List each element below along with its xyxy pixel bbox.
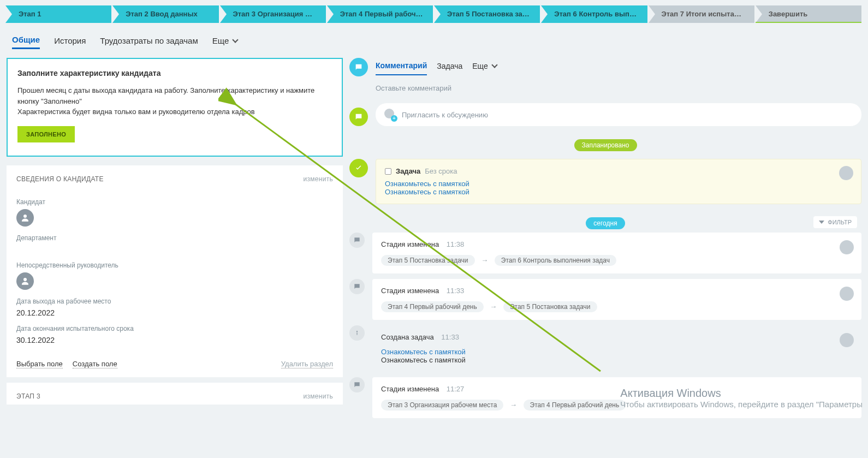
task-created-text: Ознакомьтесь с памяткой	[381, 356, 853, 364]
avatar-icon	[16, 272, 34, 290]
arrow-right-icon: →	[510, 401, 517, 409]
stage-chip-to: Этап 5 Постановка задачи	[503, 301, 597, 312]
task-link-2[interactable]: Ознакомьтесь с памяткой	[385, 188, 469, 196]
start-date-label: Дата выхода на рабочее место	[16, 298, 333, 305]
highlight-box: Заполните характеристику кандидата Проше…	[7, 58, 343, 157]
highlight-text: Прошел месяц с даты выхода кандидата на …	[17, 85, 332, 117]
stage-bar: Этап 1 Этап 2 Ввод данных Этап 3 Организ…	[0, 0, 868, 23]
log-entry: Стадия изменена 11:38 Этап 5 Постановка …	[372, 233, 861, 273]
stage-chip-from: Этап 3 Организация рабочем места	[381, 400, 503, 411]
stage-5[interactable]: Этап 5 Постановка задачи	[434, 5, 540, 23]
stage-chip-to: Этап 6 Контроль выполнения задач	[495, 255, 616, 266]
avatar-icon	[840, 240, 854, 254]
start-date-value: 20.12.2022	[16, 308, 333, 317]
filled-button[interactable]: ЗАПОЛНЕНО	[17, 126, 75, 142]
candidate-panel: СВЕДЕНИЯ О КАНДИДАТЕ изменить Кандидат Д…	[7, 165, 343, 377]
supervisor-label: Непосредственный руководитель	[16, 261, 333, 269]
person-plus-icon: +	[384, 109, 396, 121]
tab-history[interactable]: История	[54, 33, 86, 49]
choose-field-link[interactable]: Выбрать поле	[16, 360, 63, 368]
today-badge: сегодня	[586, 217, 625, 229]
panel-edit-link[interactable]: изменить	[303, 175, 333, 183]
svg-point-0	[23, 215, 27, 218]
panel-title: ЭТАП 3	[16, 392, 40, 400]
svg-point-1	[23, 278, 27, 281]
task-label: Задача	[396, 167, 420, 175]
task-deadline: Без срока	[425, 167, 457, 175]
stage-change-icon	[349, 377, 365, 392]
chevron-down-icon	[491, 62, 497, 68]
panel-edit-link[interactable]: изменить	[303, 392, 333, 400]
probation-end-value: 30.12.2022	[16, 336, 333, 344]
comment-rail-icon	[349, 58, 368, 76]
stage-finish[interactable]: Завершить	[756, 5, 861, 23]
avatar-icon	[16, 209, 34, 227]
delete-section-link[interactable]: Удалить раздел	[281, 360, 333, 368]
stage-4[interactable]: Этап 4 Первый рабочий д...	[327, 5, 433, 23]
svg-point-2	[356, 331, 358, 332]
invite-rail-icon	[349, 108, 368, 126]
stage-2[interactable]: Этап 2 Ввод данных	[112, 5, 218, 23]
inner-tab-comment[interactable]: Комментарий	[376, 61, 427, 75]
supervisor-value	[16, 272, 333, 290]
department-value	[16, 245, 333, 254]
main-tabs: Общие История Трудозатраты по задачам Ещ…	[0, 23, 868, 49]
create-field-link[interactable]: Создать поле	[73, 360, 117, 368]
chevron-down-icon	[233, 37, 239, 43]
invite-row[interactable]: + Пригласить к обсуждению	[376, 103, 861, 126]
stage-chip-from: Этап 5 Постановка задачи	[381, 255, 475, 266]
windows-activation-watermark: Активация Windows Чтобы активировать Win…	[620, 387, 863, 409]
log-entry: Создана задача 11:33 Ознакомьтесь с памя…	[372, 325, 861, 372]
avatar-icon	[839, 166, 853, 180]
arrow-right-icon: →	[490, 302, 497, 311]
tab-general[interactable]: Общие	[12, 32, 40, 49]
stage-7[interactable]: Этап 7 Итоги испытатель...	[649, 5, 754, 23]
panel-title: СВЕДЕНИЯ О КАНДИДАТЕ	[16, 175, 104, 183]
tab-more[interactable]: Еще	[212, 33, 238, 49]
probation-end-label: Дата окончания испытательного срока	[16, 325, 333, 332]
stage-change-icon	[349, 233, 365, 248]
highlight-title: Заполните характеристику кандидата	[17, 69, 332, 78]
funnel-icon	[819, 221, 824, 224]
inner-tab-more[interactable]: Еще	[472, 62, 496, 75]
candidate-value	[16, 209, 333, 227]
inner-tab-task[interactable]: Задача	[437, 62, 462, 75]
log-entry: Стадия изменена 11:33 Этап 4 Первый рабо…	[372, 279, 861, 320]
stage-3[interactable]: Этап 3 Организация рабо...	[220, 5, 326, 23]
info-icon	[349, 325, 365, 341]
arrow-right-icon: →	[481, 256, 488, 264]
stage3-panel: ЭТАП 3 изменить	[7, 383, 343, 405]
task-block: Задача Без срока Ознакомьтесь с памяткой…	[376, 159, 861, 204]
stage-1[interactable]: Этап 1	[5, 5, 111, 23]
task-created-link[interactable]: Ознакомьтесь с памяткой	[381, 348, 466, 356]
stage-6[interactable]: Этап 6 Контроль выполне...	[541, 5, 647, 23]
avatar-icon	[840, 287, 854, 301]
svg-rect-3	[356, 332, 357, 335]
filter-button[interactable]: ФИЛЬТР	[813, 216, 857, 228]
inner-tabs: Комментарий Задача Еще	[376, 58, 861, 79]
comment-input[interactable]: Оставьте комментарий	[376, 79, 861, 101]
planned-badge: Запланировано	[574, 139, 637, 151]
tab-timesheet[interactable]: Трудозатраты по задачам	[100, 33, 198, 49]
task-rail-icon	[349, 159, 368, 177]
department-label: Департамент	[16, 234, 333, 242]
candidate-label: Кандидат	[16, 198, 333, 206]
avatar-icon	[840, 333, 854, 347]
stage-chip-from: Этап 4 Первый рабочий день	[381, 301, 484, 312]
stage-change-icon	[349, 279, 365, 294]
task-checkbox[interactable]	[385, 168, 391, 175]
stage-chip-to: Этап 4 Первый рабочий день	[524, 400, 626, 411]
task-link-1[interactable]: Ознакомьтесь с памяткой	[385, 180, 469, 188]
